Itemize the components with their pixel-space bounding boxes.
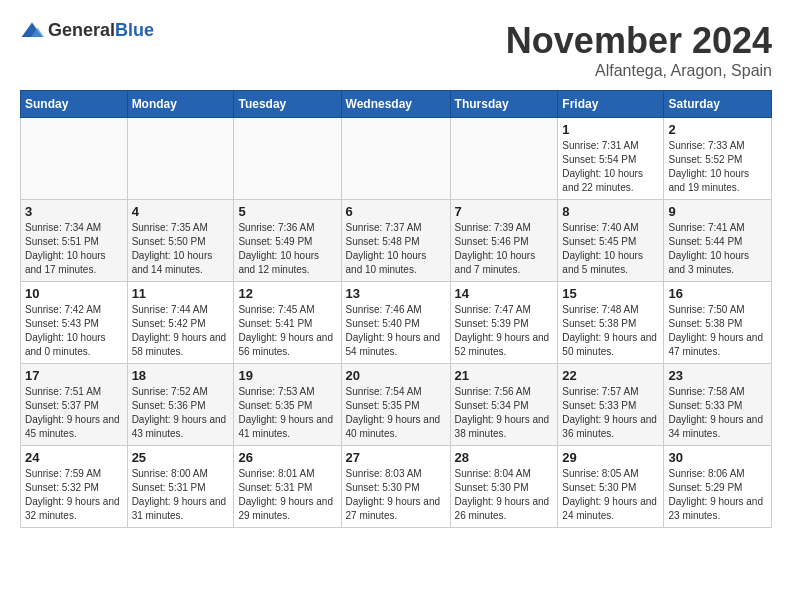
calendar-week-row: 3Sunrise: 7:34 AMSunset: 5:51 PMDaylight… (21, 200, 772, 282)
day-number: 21 (455, 368, 554, 383)
calendar-day-cell: 5Sunrise: 7:36 AMSunset: 5:49 PMDaylight… (234, 200, 341, 282)
day-info: Sunrise: 7:53 AMSunset: 5:35 PMDaylight:… (238, 385, 336, 441)
title-area: November 2024 Alfantega, Aragon, Spain (506, 20, 772, 80)
day-number: 15 (562, 286, 659, 301)
calendar-week-row: 17Sunrise: 7:51 AMSunset: 5:37 PMDayligh… (21, 364, 772, 446)
day-number: 25 (132, 450, 230, 465)
day-info: Sunrise: 7:52 AMSunset: 5:36 PMDaylight:… (132, 385, 230, 441)
day-info: Sunrise: 7:39 AMSunset: 5:46 PMDaylight:… (455, 221, 554, 277)
day-info: Sunrise: 7:40 AMSunset: 5:45 PMDaylight:… (562, 221, 659, 277)
day-number: 1 (562, 122, 659, 137)
day-info: Sunrise: 7:45 AMSunset: 5:41 PMDaylight:… (238, 303, 336, 359)
weekday-header-monday: Monday (127, 91, 234, 118)
day-number: 27 (346, 450, 446, 465)
day-number: 18 (132, 368, 230, 383)
day-info: Sunrise: 7:56 AMSunset: 5:34 PMDaylight:… (455, 385, 554, 441)
day-number: 29 (562, 450, 659, 465)
calendar-day-cell: 26Sunrise: 8:01 AMSunset: 5:31 PMDayligh… (234, 446, 341, 528)
day-number: 10 (25, 286, 123, 301)
weekday-header-wednesday: Wednesday (341, 91, 450, 118)
day-number: 13 (346, 286, 446, 301)
day-info: Sunrise: 8:05 AMSunset: 5:30 PMDaylight:… (562, 467, 659, 523)
calendar-day-cell: 24Sunrise: 7:59 AMSunset: 5:32 PMDayligh… (21, 446, 128, 528)
calendar-week-row: 1Sunrise: 7:31 AMSunset: 5:54 PMDaylight… (21, 118, 772, 200)
calendar-day-cell: 14Sunrise: 7:47 AMSunset: 5:39 PMDayligh… (450, 282, 558, 364)
calendar-day-cell: 11Sunrise: 7:44 AMSunset: 5:42 PMDayligh… (127, 282, 234, 364)
calendar-day-cell (341, 118, 450, 200)
calendar-day-cell: 10Sunrise: 7:42 AMSunset: 5:43 PMDayligh… (21, 282, 128, 364)
day-info: Sunrise: 7:57 AMSunset: 5:33 PMDaylight:… (562, 385, 659, 441)
day-info: Sunrise: 7:58 AMSunset: 5:33 PMDaylight:… (668, 385, 767, 441)
logo-general: GeneralBlue (48, 20, 154, 41)
weekday-header-thursday: Thursday (450, 91, 558, 118)
calendar-week-row: 10Sunrise: 7:42 AMSunset: 5:43 PMDayligh… (21, 282, 772, 364)
day-info: Sunrise: 7:31 AMSunset: 5:54 PMDaylight:… (562, 139, 659, 195)
logo: GeneralBlue (20, 20, 154, 41)
calendar-day-cell: 1Sunrise: 7:31 AMSunset: 5:54 PMDaylight… (558, 118, 664, 200)
weekday-header-row: SundayMondayTuesdayWednesdayThursdayFrid… (21, 91, 772, 118)
calendar-day-cell: 4Sunrise: 7:35 AMSunset: 5:50 PMDaylight… (127, 200, 234, 282)
calendar-day-cell: 16Sunrise: 7:50 AMSunset: 5:38 PMDayligh… (664, 282, 772, 364)
day-info: Sunrise: 7:51 AMSunset: 5:37 PMDaylight:… (25, 385, 123, 441)
calendar-day-cell: 6Sunrise: 7:37 AMSunset: 5:48 PMDaylight… (341, 200, 450, 282)
weekday-header-saturday: Saturday (664, 91, 772, 118)
calendar-week-row: 24Sunrise: 7:59 AMSunset: 5:32 PMDayligh… (21, 446, 772, 528)
calendar-table: SundayMondayTuesdayWednesdayThursdayFrid… (20, 90, 772, 528)
day-number: 9 (668, 204, 767, 219)
day-number: 23 (668, 368, 767, 383)
day-info: Sunrise: 7:44 AMSunset: 5:42 PMDaylight:… (132, 303, 230, 359)
day-info: Sunrise: 8:04 AMSunset: 5:30 PMDaylight:… (455, 467, 554, 523)
day-info: Sunrise: 7:59 AMSunset: 5:32 PMDaylight:… (25, 467, 123, 523)
day-number: 20 (346, 368, 446, 383)
calendar-day-cell: 9Sunrise: 7:41 AMSunset: 5:44 PMDaylight… (664, 200, 772, 282)
calendar-day-cell: 21Sunrise: 7:56 AMSunset: 5:34 PMDayligh… (450, 364, 558, 446)
day-info: Sunrise: 7:41 AMSunset: 5:44 PMDaylight:… (668, 221, 767, 277)
day-number: 3 (25, 204, 123, 219)
day-info: Sunrise: 8:03 AMSunset: 5:30 PMDaylight:… (346, 467, 446, 523)
day-info: Sunrise: 7:42 AMSunset: 5:43 PMDaylight:… (25, 303, 123, 359)
day-number: 30 (668, 450, 767, 465)
day-info: Sunrise: 7:50 AMSunset: 5:38 PMDaylight:… (668, 303, 767, 359)
day-number: 12 (238, 286, 336, 301)
day-number: 11 (132, 286, 230, 301)
calendar-day-cell: 12Sunrise: 7:45 AMSunset: 5:41 PMDayligh… (234, 282, 341, 364)
day-info: Sunrise: 8:00 AMSunset: 5:31 PMDaylight:… (132, 467, 230, 523)
day-number: 24 (25, 450, 123, 465)
calendar-day-cell: 7Sunrise: 7:39 AMSunset: 5:46 PMDaylight… (450, 200, 558, 282)
day-number: 28 (455, 450, 554, 465)
day-number: 5 (238, 204, 336, 219)
day-number: 4 (132, 204, 230, 219)
page-header: GeneralBlue November 2024 Alfantega, Ara… (20, 20, 772, 80)
calendar-day-cell: 25Sunrise: 8:00 AMSunset: 5:31 PMDayligh… (127, 446, 234, 528)
calendar-day-cell: 3Sunrise: 7:34 AMSunset: 5:51 PMDaylight… (21, 200, 128, 282)
calendar-day-cell: 18Sunrise: 7:52 AMSunset: 5:36 PMDayligh… (127, 364, 234, 446)
weekday-header-friday: Friday (558, 91, 664, 118)
day-number: 14 (455, 286, 554, 301)
calendar-day-cell: 8Sunrise: 7:40 AMSunset: 5:45 PMDaylight… (558, 200, 664, 282)
day-number: 8 (562, 204, 659, 219)
calendar-day-cell: 28Sunrise: 8:04 AMSunset: 5:30 PMDayligh… (450, 446, 558, 528)
calendar-day-cell (234, 118, 341, 200)
day-info: Sunrise: 7:47 AMSunset: 5:39 PMDaylight:… (455, 303, 554, 359)
day-number: 19 (238, 368, 336, 383)
day-number: 16 (668, 286, 767, 301)
calendar-day-cell: 20Sunrise: 7:54 AMSunset: 5:35 PMDayligh… (341, 364, 450, 446)
weekday-header-sunday: Sunday (21, 91, 128, 118)
day-info: Sunrise: 8:06 AMSunset: 5:29 PMDaylight:… (668, 467, 767, 523)
calendar-day-cell (127, 118, 234, 200)
day-number: 26 (238, 450, 336, 465)
calendar-day-cell: 2Sunrise: 7:33 AMSunset: 5:52 PMDaylight… (664, 118, 772, 200)
calendar-day-cell (21, 118, 128, 200)
calendar-day-cell: 17Sunrise: 7:51 AMSunset: 5:37 PMDayligh… (21, 364, 128, 446)
day-info: Sunrise: 7:37 AMSunset: 5:48 PMDaylight:… (346, 221, 446, 277)
day-info: Sunrise: 7:48 AMSunset: 5:38 PMDaylight:… (562, 303, 659, 359)
calendar-day-cell: 23Sunrise: 7:58 AMSunset: 5:33 PMDayligh… (664, 364, 772, 446)
day-info: Sunrise: 7:36 AMSunset: 5:49 PMDaylight:… (238, 221, 336, 277)
calendar-day-cell: 30Sunrise: 8:06 AMSunset: 5:29 PMDayligh… (664, 446, 772, 528)
day-number: 7 (455, 204, 554, 219)
day-info: Sunrise: 7:35 AMSunset: 5:50 PMDaylight:… (132, 221, 230, 277)
day-number: 2 (668, 122, 767, 137)
day-info: Sunrise: 7:46 AMSunset: 5:40 PMDaylight:… (346, 303, 446, 359)
weekday-header-tuesday: Tuesday (234, 91, 341, 118)
month-title: November 2024 (506, 20, 772, 62)
